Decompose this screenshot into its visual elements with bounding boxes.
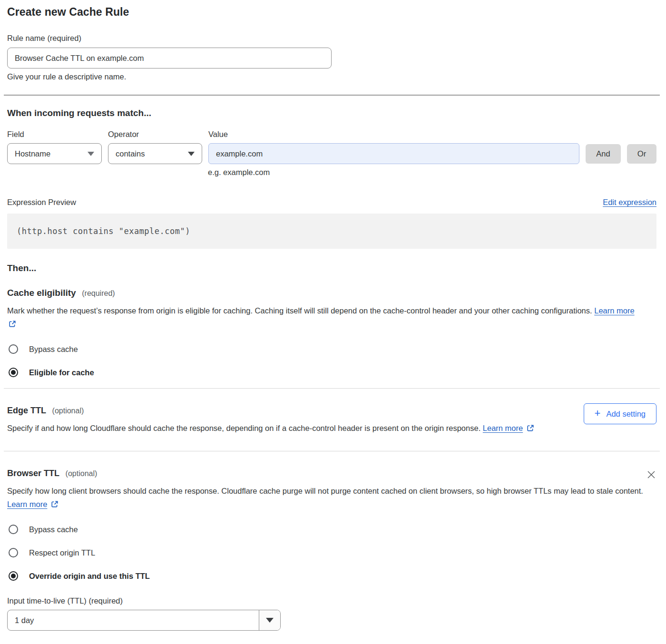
- learn-more-link[interactable]: Learn more: [594, 306, 634, 315]
- remove-browser-ttl-button[interactable]: [646, 469, 656, 481]
- radio-label[interactable]: Eligible for cache: [29, 368, 94, 377]
- chevron-down-icon: [88, 152, 94, 156]
- and-button[interactable]: And: [586, 144, 621, 164]
- divider: [4, 451, 660, 451]
- then-heading: Then...: [7, 263, 656, 273]
- edge-ttl-title: Edge TTL: [7, 406, 46, 415]
- create-cache-rule-form: Create new Cache Rule Rule name (require…: [0, 0, 666, 644]
- radio-icon[interactable]: [9, 525, 18, 534]
- learn-more-link[interactable]: Learn more: [7, 500, 47, 508]
- field-select[interactable]: Hostname: [7, 143, 102, 164]
- close-icon: [647, 470, 656, 479]
- chevron-down-icon: [188, 152, 195, 156]
- cache-eligibility-description: Mark whether the request’s response from…: [7, 304, 645, 331]
- external-link-icon: [527, 424, 534, 432]
- radio-option-respect-origin-ttl[interactable]: Respect origin TTL: [7, 548, 656, 557]
- radio-label[interactable]: Bypass cache: [29, 525, 78, 534]
- expression-preview-box: (http.host contains "example.com"): [7, 214, 656, 249]
- radio-selected-icon[interactable]: [9, 368, 18, 377]
- required-tag: (required): [82, 289, 115, 297]
- match-heading: When incoming requests match...: [7, 108, 656, 118]
- learn-more-label: Learn more: [483, 424, 523, 432]
- optional-tag: (optional): [66, 469, 98, 478]
- cache-eligibility-title: Cache eligibility: [7, 288, 76, 298]
- edge-ttl-description: Specify if and how long Cloudflare shoul…: [7, 421, 534, 435]
- ttl-select-arrow[interactable]: [259, 610, 280, 630]
- value-helper: e.g. example.com: [208, 168, 656, 177]
- match-builder: Field Operator Value Hostname contains A…: [7, 130, 656, 164]
- radio-option-eligible-for-cache[interactable]: Eligible for cache: [7, 368, 656, 377]
- radio-icon[interactable]: [9, 344, 18, 354]
- operator-label: Operator: [108, 130, 202, 139]
- description-text: Specify how long client browsers should …: [7, 487, 643, 495]
- divider: [4, 95, 660, 96]
- browser-ttl-description: Specify how long client browsers should …: [7, 484, 645, 511]
- learn-more-label: Learn more: [7, 500, 47, 508]
- radio-label[interactable]: Override origin and use this TTL: [29, 572, 150, 581]
- ttl-select[interactable]: 1 day: [7, 610, 281, 631]
- value-label: Value: [208, 130, 579, 139]
- divider: [4, 388, 660, 389]
- browser-ttl-title: Browser TTL: [7, 468, 59, 478]
- optional-tag: (optional): [52, 407, 84, 415]
- ttl-input-label: Input time-to-live (TTL) (required): [7, 596, 656, 605]
- external-link-icon: [9, 320, 16, 328]
- learn-more-label: Learn more: [594, 306, 634, 315]
- rule-name-input[interactable]: [7, 48, 332, 68]
- operator-select[interactable]: contains: [108, 143, 202, 164]
- radio-label[interactable]: Bypass cache: [29, 345, 78, 354]
- or-button[interactable]: Or: [627, 144, 656, 164]
- expression-preview-label: Expression Preview: [7, 198, 76, 207]
- value-input[interactable]: [208, 143, 579, 164]
- radio-selected-icon[interactable]: [9, 571, 18, 581]
- external-link-icon: [51, 500, 59, 508]
- learn-more-link[interactable]: Learn more: [483, 424, 523, 432]
- plus-icon: +: [595, 408, 601, 419]
- expression-code: (http.host contains "example.com"): [17, 226, 190, 236]
- field-select-value: Hostname: [15, 149, 50, 158]
- add-setting-button[interactable]: + Add setting: [584, 403, 656, 424]
- description-text: Mark whether the request’s response from…: [7, 306, 592, 315]
- edit-expression-link[interactable]: Edit expression: [603, 198, 656, 207]
- add-setting-label: Add setting: [606, 410, 646, 419]
- rule-name-label: Rule name (required): [7, 34, 656, 43]
- radio-label[interactable]: Respect origin TTL: [29, 548, 95, 557]
- chevron-down-icon: [266, 618, 274, 623]
- radio-icon[interactable]: [9, 548, 18, 557]
- radio-option-override-origin-ttl[interactable]: Override origin and use this TTL: [7, 571, 656, 581]
- ttl-select-value: 1 day: [8, 610, 259, 630]
- operator-select-value: contains: [116, 149, 145, 158]
- description-text: Specify if and how long Cloudflare shoul…: [7, 424, 480, 432]
- page-title: Create new Cache Rule: [7, 6, 656, 19]
- radio-option-bypass-cache-browser[interactable]: Bypass cache: [7, 525, 656, 534]
- radio-option-bypass-cache[interactable]: Bypass cache: [7, 344, 656, 354]
- rule-name-helper: Give your rule a descriptive name.: [7, 72, 656, 81]
- field-label: Field: [7, 130, 102, 139]
